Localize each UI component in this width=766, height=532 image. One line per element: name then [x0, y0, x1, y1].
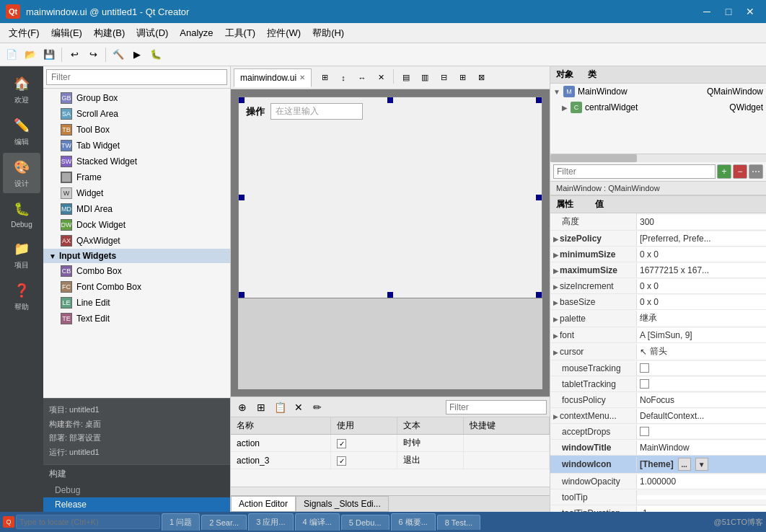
toolbar-debug-run[interactable]: 🐛	[147, 46, 164, 63]
toolbar-save[interactable]: 💾	[40, 46, 58, 63]
tablettracking-checkbox[interactable]	[640, 379, 649, 389]
widget-item-qaxwidget[interactable]: AX QAxWidget	[43, 233, 230, 249]
widget-item-tabwidget[interactable]: TW Tab Widget	[43, 138, 230, 154]
object-filter-add-btn[interactable]: +	[717, 164, 731, 179]
action3-used-checkbox[interactable]	[337, 456, 346, 466]
menu-debug[interactable]: 调试(D)	[131, 24, 174, 43]
widget-item-dockwidget[interactable]: DW Dock Widget	[43, 217, 230, 233]
windowicon-edit-btn[interactable]: ...	[678, 458, 691, 471]
widget-item-widget[interactable]: W Widget	[43, 185, 230, 201]
sidebar-projects[interactable]: 📁 项目	[3, 234, 40, 275]
sidebar-debug[interactable]: 🐛 Debug	[3, 195, 40, 233]
mousetracking-checkbox[interactable]	[640, 363, 649, 373]
build-item-debug[interactable]: Debug	[43, 483, 230, 497]
minimize-button[interactable]: ─	[697, 4, 717, 19]
toolbar-redo[interactable]: ↪	[84, 46, 102, 63]
tab-close-icon[interactable]: ✕	[299, 74, 305, 81]
widget-item-groupbox[interactable]: GB Group Box	[43, 90, 230, 106]
widget-item-frame[interactable]: Frame	[43, 169, 230, 185]
prop-tablettracking: tabletTracking	[550, 376, 766, 392]
menu-file[interactable]: 文件(F)	[3, 24, 45, 43]
action-filter-input[interactable]	[446, 400, 547, 414]
action-used-checkbox[interactable]	[337, 439, 346, 448]
sidebar-welcome[interactable]: 🏠 欢迎	[3, 69, 40, 110]
widget-item-fontcombobox[interactable]: FC Font Combo Box	[43, 279, 230, 295]
form-toolbar-btn2[interactable]: ↕	[335, 69, 352, 87]
action-add-btn[interactable]: ⊕	[234, 399, 251, 416]
action-edit-btn[interactable]: ✏	[309, 399, 326, 416]
form-toolbar-btn1[interactable]: ⊞	[316, 69, 333, 87]
sidebar-help[interactable]: ❓ 帮助	[3, 276, 40, 316]
handle-tl[interactable]	[239, 97, 245, 103]
widget-item-textedit[interactable]: TE Text Edit	[43, 311, 230, 327]
form-input-placeholder[interactable]: 在这里输入	[270, 103, 363, 120]
handle-tc[interactable]	[387, 97, 393, 103]
table-row[interactable]: action_3 退出	[231, 452, 550, 469]
widget-item-stacked[interactable]: SW Stacked Widget	[43, 154, 230, 169]
widget-item-combobox[interactable]: CB Combo Box	[43, 263, 230, 279]
toolbar-undo[interactable]: ↩	[66, 46, 83, 63]
sidebar-edit[interactable]: ✏️ 编辑	[3, 111, 40, 151]
handle-br[interactable]	[536, 292, 542, 298]
btab-search[interactable]: 2 Sear...	[201, 515, 247, 530]
widget-item-lineedit[interactable]: LE Line Edit	[43, 295, 230, 311]
action-delete-btn[interactable]: ✕	[290, 399, 307, 416]
toolbar-build[interactable]: 🔨	[110, 46, 127, 63]
toolbox-icon: TB	[61, 124, 72, 136]
form-toolbar-btn3[interactable]: ↔	[353, 69, 371, 87]
object-hscrollbar[interactable]	[550, 154, 766, 162]
menu-build[interactable]: 构建(B)	[88, 24, 131, 43]
menu-controls[interactable]: 控件(W)	[261, 24, 307, 43]
sidebar-design[interactable]: 🎨 设计	[3, 153, 40, 193]
form-toolbar-layout1[interactable]: ▤	[397, 69, 415, 87]
action-copy-btn[interactable]: ⊞	[252, 399, 270, 416]
menu-tools[interactable]: 工具(T)	[219, 24, 262, 43]
toolbar-open[interactable]: 📂	[22, 46, 39, 63]
acceptdrops-checkbox[interactable]	[640, 427, 649, 436]
maximize-button[interactable]: □	[718, 4, 739, 19]
btab-problems[interactable]: 1 问题	[162, 513, 200, 531]
handle-bc[interactable]	[387, 292, 393, 298]
handle-bl[interactable]	[239, 292, 245, 298]
build-item-release[interactable]: Release	[43, 497, 230, 512]
obj-centralwidget-row[interactable]: ▶ C centralWidget QWidget	[550, 99, 766, 115]
widget-item-toolbox[interactable]: TB Tool Box	[43, 122, 230, 138]
btab-overview[interactable]: 6 概要...	[391, 513, 436, 531]
form-toolbar-btn4[interactable]: ✕	[372, 69, 389, 87]
prop-windowicon-key: windowIcon	[550, 457, 637, 471]
action-paste-btn[interactable]: 📋	[271, 399, 289, 416]
object-filter-remove-btn[interactable]: −	[733, 164, 747, 179]
form-toolbar-layout5[interactable]: ⊠	[472, 69, 490, 87]
close-button[interactable]: ✕	[740, 4, 760, 19]
prop-focuspolicy-val: NoFocus	[637, 393, 766, 407]
editor-tab-mainwindow[interactable]: mainwindow.ui ✕	[234, 68, 312, 87]
btab-apply[interactable]: 3 应用...	[248, 513, 293, 531]
action-hscrollbar[interactable]	[231, 487, 550, 495]
handle-tr[interactable]	[536, 97, 542, 103]
widget-item-mdiarea[interactable]: MD MDI Area	[43, 201, 230, 217]
action-editor-tab[interactable]: Action Editor	[231, 496, 296, 512]
obj-mainwindow-row[interactable]: ▼ M MainWindow QMainWindow	[550, 84, 766, 99]
handle-mr[interactable]	[536, 195, 542, 200]
toolbar-run[interactable]: ▶	[128, 46, 146, 63]
widget-item-scrollarea[interactable]: SA Scroll Area	[43, 106, 230, 122]
menu-analyze[interactable]: Analyze	[174, 25, 219, 41]
menu-help[interactable]: 帮助(H)	[307, 24, 350, 43]
form-toolbar-layout2[interactable]: ▥	[416, 69, 433, 87]
signals-slots-tab[interactable]: Signals _Slots Edi...	[296, 496, 389, 512]
table-row[interactable]: action 时钟	[231, 435, 550, 452]
object-filter-input[interactable]	[553, 164, 716, 179]
windowicon-extra-btn[interactable]: ▼	[695, 458, 708, 471]
btab-compile[interactable]: 4 编译...	[295, 513, 340, 531]
object-filter-more-btn[interactable]: ⋯	[749, 164, 763, 179]
debug-icon: 🐛	[12, 199, 32, 219]
handle-ml[interactable]	[239, 195, 245, 200]
widget-filter-input[interactable]	[46, 69, 227, 85]
menu-edit[interactable]: 编辑(E)	[45, 24, 88, 43]
toolbar-new[interactable]: 📄	[3, 46, 20, 63]
form-toolbar-layout4[interactable]: ⊞	[454, 69, 471, 87]
btab-debug[interactable]: 5 Debu...	[341, 515, 389, 530]
locate-input[interactable]	[16, 515, 160, 529]
form-toolbar-layout3[interactable]: ⊟	[435, 69, 452, 87]
btab-test[interactable]: 8 Test...	[437, 515, 480, 530]
